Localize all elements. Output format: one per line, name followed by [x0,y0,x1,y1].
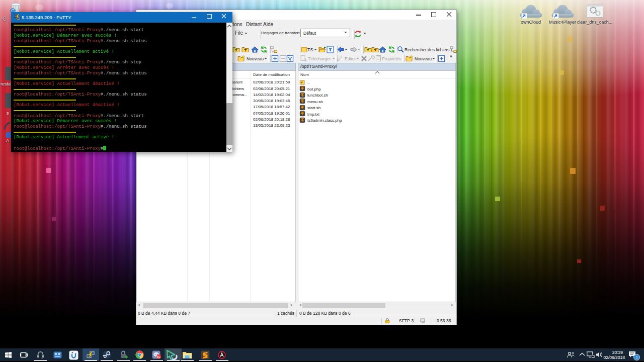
svg-text:9+: 9+ [157,355,160,358]
svg-text:1: 1 [635,355,638,359]
